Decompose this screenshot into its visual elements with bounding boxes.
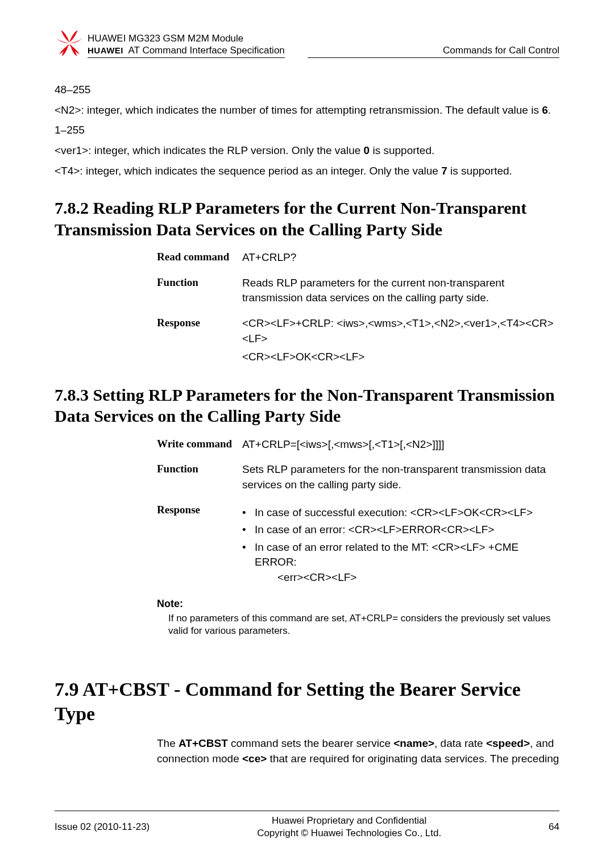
bullet-mt-line2: <err><CR><LF> <box>277 570 559 585</box>
note-block: Note: If no parameters of this command a… <box>157 598 559 638</box>
footer-copyright: Copyright © Huawei Technologies Co., Ltd… <box>150 827 549 840</box>
ver1-a: <ver1>: integer, which indicates the RLP… <box>55 144 364 156</box>
brand-text: HUAWEI <box>88 45 123 55</box>
header-left: HUAWEI MG323 GSM M2M Module HUAWEI AT Co… <box>55 28 285 58</box>
function-row-783: Function Sets RLP parameters for the non… <box>157 462 559 492</box>
write-command-label: Write command <box>157 437 242 452</box>
ver1-b: 0 <box>364 144 370 156</box>
bullet-error-text: In case of an error: <CR><LF>ERROR<CR><L… <box>255 522 559 538</box>
function-row-782: Function Reads RLP parameters for the cu… <box>157 276 559 306</box>
intro-i: that are required for originating data s… <box>267 753 559 765</box>
huawei-logo-icon <box>55 28 84 58</box>
function-label-783: Function <box>157 462 242 492</box>
read-command-row: Read command AT+CRLP? <box>157 250 559 265</box>
footer-page-number: 64 <box>549 821 559 833</box>
response-line2: <CR><LF>OK<CR><LF> <box>242 350 559 365</box>
section-7-8-3-list: Write command AT+CRLP=[<iws>[,<mws>[,<T1… <box>157 437 559 588</box>
n2-desc-c: . <box>548 104 551 116</box>
bullet-success: •In case of successful execution: <CR><L… <box>242 505 559 521</box>
t4-description: <T4>: integer, which indicates the seque… <box>55 164 559 178</box>
bullet-mt-error-text: In case of an error related to the MT: <… <box>255 540 559 585</box>
function-text-782: Reads RLP parameters for the current non… <box>242 276 559 306</box>
intro-f: <speed> <box>486 737 530 749</box>
section-7-8-2-list: Read command AT+CRLP? Function Reads RLP… <box>157 250 559 365</box>
range-1-255: 1–255 <box>55 123 559 138</box>
section-7-8-2-title: 7.8.2 Reading RLP Parameters for the Cur… <box>55 197 559 240</box>
section-7-9-intro: The AT+CBST command sets the bearer serv… <box>157 736 559 766</box>
response-row-783: Response •In case of successful executio… <box>157 503 559 588</box>
note-heading: Note: <box>157 598 559 610</box>
range-48-255: 48–255 <box>55 82 559 97</box>
read-command-label: Read command <box>157 250 242 265</box>
response-row-782: Response <CR><LF>+CRLP: <iws>,<wms>,<T1>… <box>157 316 559 365</box>
response-label-783: Response <box>157 503 242 588</box>
header-subtitle: AT Command Interface Specification <box>128 45 285 56</box>
bullet-mt-error: • In case of an error related to the MT:… <box>242 540 559 585</box>
ver1-c: is supported. <box>370 144 434 156</box>
write-command-value: AT+CRLP=[<iws>[,<mws>[,<T1>[,<N2>]]]] <box>242 437 445 452</box>
bullet-error: •In case of an error: <CR><LF>ERROR<CR><… <box>242 522 559 538</box>
read-command-value: AT+CRLP? <box>242 250 296 265</box>
header-title-block: HUAWEI MG323 GSM M2M Module HUAWEI AT Co… <box>88 32 285 59</box>
response-body-782: <CR><LF>+CRLP: <iws>,<wms>,<T1>,<N2>,<ve… <box>242 316 559 365</box>
bullet-mt-line1: In case of an error related to the MT: <… <box>255 541 518 568</box>
t4-c: is supported. <box>447 165 512 177</box>
intro-e: , data rate <box>434 737 486 749</box>
intro-c: command sets the bearer service <box>228 737 393 749</box>
n2-desc-b: 6 <box>542 104 548 116</box>
write-command-row: Write command AT+CRLP=[<iws>[,<mws>[,<T1… <box>157 437 559 452</box>
header-line2: HUAWEI AT Command Interface Specificatio… <box>88 44 285 58</box>
n2-description: <N2>: integer, which indicates the numbe… <box>55 103 559 118</box>
function-text-783: Sets RLP parameters for the non-transpar… <box>242 462 559 492</box>
intro-b: AT+CBST <box>179 737 228 749</box>
page-body: 48–255 <N2>: integer, which indicates th… <box>55 77 559 767</box>
footer-issue: Issue 02 (2010-11-23) <box>55 821 150 833</box>
response-line1: <CR><LF>+CRLP: <iws>,<wms>,<T1>,<N2>,<ve… <box>242 316 559 346</box>
intro-h: <ce> <box>242 753 267 765</box>
function-label-782: Function <box>157 276 242 306</box>
bullet-dot-icon: • <box>242 522 255 538</box>
page-header: HUAWEI MG323 GSM M2M Module HUAWEI AT Co… <box>55 28 559 58</box>
bullet-dot-icon: • <box>242 540 255 585</box>
section-7-9-title: 7.9 AT+CBST - Command for Setting the Be… <box>55 678 559 726</box>
section-7-8-3-title: 7.8.3 Setting RLP Parameters for the Non… <box>55 384 559 427</box>
n2-desc-a: <N2>: integer, which indicates the numbe… <box>55 104 542 116</box>
footer-proprietary: Huawei Proprietary and Confidential <box>150 815 549 827</box>
bullet-success-text: In case of successful execution: <CR><LF… <box>255 505 559 521</box>
intro-d: <name> <box>393 737 434 749</box>
ver1-description: <ver1>: integer, which indicates the RLP… <box>55 143 559 158</box>
intro-a: The <box>157 737 179 749</box>
page-footer: Issue 02 (2010-11-23) Huawei Proprietary… <box>55 811 559 840</box>
header-right: Commands for Call Control <box>308 45 559 58</box>
t4-a: <T4>: integer, which indicates the seque… <box>55 165 441 177</box>
t4-b: 7 <box>441 165 447 177</box>
note-text: If no parameters of this command are set… <box>168 612 559 638</box>
header-line1: HUAWEI MG323 GSM M2M Module <box>88 32 285 44</box>
bullet-dot-icon: • <box>242 505 255 521</box>
footer-center: Huawei Proprietary and Confidential Copy… <box>150 815 549 840</box>
response-body-783: •In case of successful execution: <CR><L… <box>242 503 559 588</box>
response-label-782: Response <box>157 316 242 365</box>
